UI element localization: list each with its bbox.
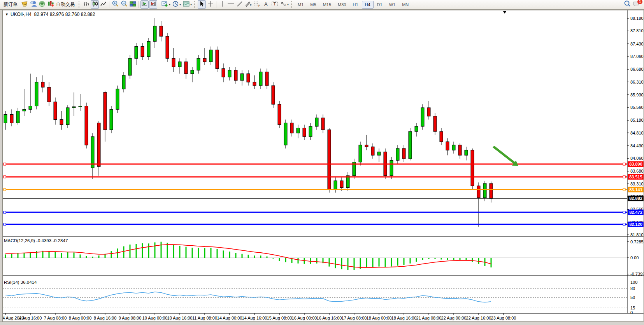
timeframe-button-M15[interactable]: M15 [320,1,334,9]
candle-body-down [477,186,480,198]
hline-handle[interactable] [623,223,625,225]
timeframe-button-MN[interactable]: MN [399,1,412,9]
chat-button[interactable]: 1 [632,0,640,9]
candle-body-down [278,104,281,124]
crosshair-button[interactable] [206,0,214,9]
chart-canvas: 88.18087.81087.43087.06086.68086.31085.9… [0,10,644,325]
price-badge-label: 82.472 [629,210,642,215]
vertical-line-icon [220,1,225,9]
profile-icon [30,1,37,9]
date-axis-label: 18 Aug 16:00 [391,316,417,320]
chart-shift-marker[interactable] [503,11,506,14]
candle-body-up [240,74,244,80]
hline-handle[interactable] [623,163,625,165]
candle-body-down [247,74,250,82]
chart-shift-button[interactable] [149,0,157,9]
candle-body-up [116,89,119,109]
candle-body-up [346,176,349,188]
hline-handle[interactable] [623,211,625,213]
candle [234,67,237,84]
candle [116,86,119,113]
channel-button[interactable]: E [244,0,253,9]
candle [147,38,150,60]
arrow-annotation[interactable] [493,147,518,166]
signal-button[interactable] [38,0,46,9]
hline-handle[interactable] [4,163,6,165]
chevron-down-icon: ▾ [179,3,181,6]
candle [253,75,256,89]
hline-handle[interactable] [4,211,6,213]
candle [303,125,306,140]
rsi-axis-label: 15 [630,306,635,310]
auto-trading-button[interactable]: 自动交易 [47,0,77,9]
date-axis-label: 17 Aug 08:00 [342,316,367,320]
bar-chart-button[interactable] [82,0,90,9]
search-button[interactable] [623,0,632,9]
auto-scroll-button[interactable] [140,0,149,9]
timeframe-button-M5[interactable]: M5 [307,1,319,9]
new-order-button[interactable]: 新订单 [1,0,20,9]
new-chart-button[interactable]: ▾ [161,0,171,9]
new-order-ticket-button[interactable] [20,0,29,9]
bar-chart-icon [83,1,89,9]
candle [340,177,343,191]
price-badge-label: 83.515 [629,175,642,179]
chevron-down-icon[interactable]: ▼ [5,12,9,16]
timeframe-button-H1[interactable]: H1 [349,1,361,9]
candle-body-up [409,131,412,159]
tile-windows-button[interactable] [129,0,137,9]
candle [85,103,88,149]
svg-text:F: F [258,4,260,7]
candlestick-chart-button[interactable] [91,0,99,9]
hline-handle[interactable] [4,189,6,191]
candle-body-down [10,114,13,123]
hline-handle[interactable] [4,176,6,178]
cursor-button[interactable] [198,0,206,9]
vertical-line-button[interactable] [218,0,226,9]
candle-body-down [272,86,275,104]
candle-body-up [72,107,75,108]
profile-button[interactable] [29,0,38,9]
candle-body-down [446,142,449,150]
toolbar-separator [216,1,216,8]
toolbar-separator [109,1,109,8]
horizontal-line-button[interactable] [226,0,235,9]
candle [47,82,51,106]
hline-handle[interactable] [4,223,6,225]
arrows-button[interactable]: ▾ [279,0,290,9]
candle [54,98,57,125]
candle [465,147,468,161]
hline-handle[interactable] [623,189,625,191]
template-button[interactable]: ▾ [182,0,193,9]
toolbar-drag-handle[interactable] [79,1,81,8]
text-button[interactable]: A [262,0,270,9]
candle-body-down [172,58,175,67]
price-axis-label: 84.810 [630,131,644,135]
hline-handle[interactable] [623,176,625,178]
candle [353,159,356,179]
zoom-in-button[interactable] [111,0,119,9]
candle [334,177,337,192]
timeframe-button-H4[interactable]: H4 [362,1,374,9]
trendline-button[interactable] [235,0,244,9]
candle-body-up [147,41,150,56]
timeframe-button-M30[interactable]: M30 [335,1,349,9]
date-axis-label: 8 Aug 00:00 [69,316,92,320]
price-axis-label: 85.560 [630,105,644,110]
candle-body-down [402,149,405,159]
line-chart-button[interactable] [99,0,107,9]
zoom-out-button[interactable] [120,0,128,9]
toolbar-drag-handle[interactable] [291,1,293,8]
timeframe-button-D1[interactable]: D1 [374,1,386,9]
toolbar-drag-handle[interactable] [194,1,196,8]
window-left-frame [0,10,3,325]
text-label-button[interactable]: T [270,0,279,9]
timeframe-button-W1[interactable]: W1 [386,1,399,9]
candle [259,68,262,89]
chart-window[interactable]: 88.18087.81087.43087.06086.68086.31085.9… [0,10,644,325]
text-label-icon: T [271,1,278,9]
price-axis-label: 87.430 [630,42,644,46]
period-button[interactable]: ▾ [172,0,182,9]
timeframe-button-M1[interactable]: M1 [295,1,307,9]
fibonacci-button[interactable]: F [253,0,261,9]
